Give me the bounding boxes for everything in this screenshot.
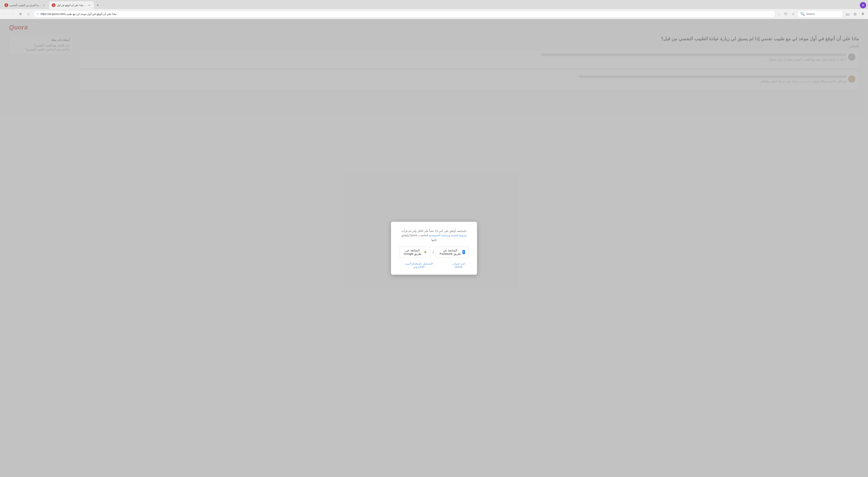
toolbar: ← → ↻ ⌂ 🛡 https://ar.quora.com/ماذا-علي-… [0,9,868,19]
modal-buttons: المتابعة عن طريق Google أد f المتابعة عن… [399,247,469,257]
modal-terms-text-1: بالمتابعة، أوافق على أنني 13 عاماً على ا… [401,229,467,233]
address-bar[interactable]: 🛡 https://ar.quora.com/ماذا-علي-أن-أتوقع… [33,10,775,18]
modal-terms-link[interactable]: شروط الخدمة وسياسة الخصوصية [429,234,467,237]
footer-separator: · [443,262,444,268]
hamburger-menu-button[interactable]: ≡ [859,11,866,18]
forward-button[interactable]: → [9,11,16,18]
bookmark-button[interactable]: ☆ [790,11,797,18]
tab-2-close[interactable]: × [87,3,91,7]
tab-1-title: ما الفرق بين الطبيب النفسي... [9,4,40,7]
google-icon [424,250,427,254]
page-content: Quora ماذا علي أن أتوقع في أول موعد لي م… [0,19,868,477]
tab-2-favicon: Q [52,3,56,7]
shield-button[interactable]: 🛡 [782,11,789,18]
search-icon: 🔍 [800,12,805,16]
split-view-button[interactable]: ⊡ [852,11,859,18]
browser-avatar[interactable]: A [860,2,866,8]
quora-account-link[interactable]: لدي حساب Quora [448,262,469,268]
modal-terms: بالمتابعة، أوافق على أنني 13 عاماً على ا… [399,229,469,242]
url-text: https://ar.quora.com/ماذا-علي-أن-أتوقع-ف… [40,12,772,15]
tab-2-title: ماذا علي أن أتوقع في أول ... [57,4,86,7]
tab-bar: Q ما الفرق بين الطبيب النفسي... × Q ماذا… [0,0,868,9]
reload-button[interactable]: ↻ [17,11,24,18]
more-options-button[interactable]: ... [777,11,781,17]
lock-icon: 🛡 [36,12,39,15]
facebook-signin-button[interactable]: f المتابعة عن طريق Facebook [436,247,469,257]
browser-chrome: Q ما الفرق بين الطبيب النفسي... × Q ماذا… [0,0,868,19]
home-button[interactable]: ⌂ [25,11,32,18]
dots-icon: ... [778,12,781,15]
email-signup-link[interactable]: التسجيل باستخدام البريد الإلكتروني [399,262,438,268]
tab-1[interactable]: Q ما الفرق بين الطبيب النفسي... × [2,1,48,9]
toolbar-icons: 🛡 ☆ [782,11,797,18]
search-bar[interactable]: 🔍 [797,10,843,18]
button-divider-text: أد [432,247,434,257]
google-signin-button[interactable]: المتابعة عن طريق Google [399,247,430,257]
login-modal: بالمتابعة، أوافق على أنني 13 عاماً على ا… [391,222,477,275]
modal-container: بالمتابعة، أوافق على أنني 13 عاماً على ا… [0,19,868,477]
tab-1-favicon: Q [4,3,8,7]
tab-2[interactable]: Q ماذا علي أن أتوقع في أول ... × [49,1,94,9]
back-button[interactable]: ← [2,11,9,18]
search-input[interactable] [806,12,840,15]
tab-1-close[interactable]: × [42,3,45,7]
facebook-signin-label: المتابعة عن طريق Facebook [439,249,461,255]
modal-footer: لدي حساب Quora · التسجيل باستخدام البريد… [399,262,469,268]
facebook-icon: f [463,250,465,254]
bookmarks-button[interactable]: 📖 [844,11,851,18]
google-signin-label: المتابعة عن طريق Google [403,249,422,255]
new-tab-button[interactable]: + [95,2,101,8]
